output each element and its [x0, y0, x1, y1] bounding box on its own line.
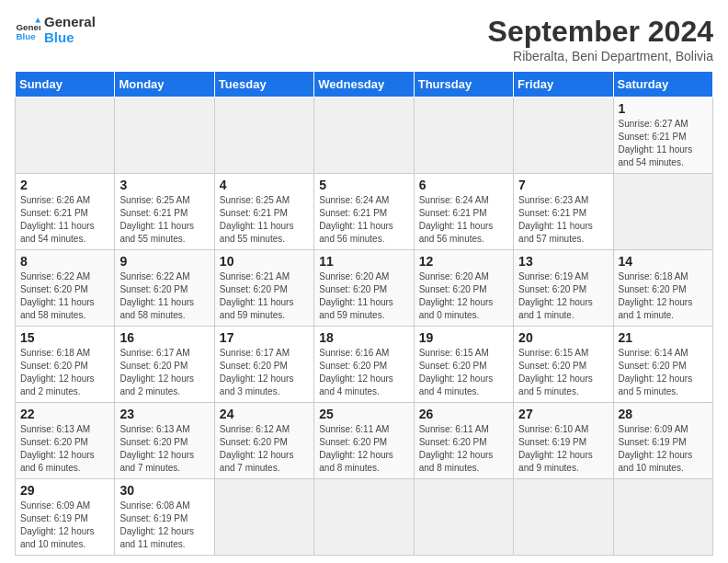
day-number: 6: [419, 178, 508, 192]
day-number: 30: [119, 483, 209, 498]
day-info: Sunrise: 6:27 AMSunset: 6:21 PMDaylight:…: [619, 119, 693, 167]
day-info: Sunrise: 6:14 AMSunset: 6:20 PMDaylight:…: [619, 348, 693, 396]
day-info: Sunrise: 6:24 AMSunset: 6:21 PMDaylight:…: [319, 195, 393, 244]
day-info: Sunrise: 6:19 AMSunset: 6:20 PMDaylight:…: [518, 271, 593, 320]
day-number: 7: [518, 178, 608, 192]
day-number: 26: [419, 407, 508, 421]
svg-marker-2: [35, 17, 40, 23]
calendar-cell: 17Sunrise: 6:17 AMSunset: 6:20 PMDayligh…: [214, 327, 313, 403]
calendar-cell: 29Sunrise: 6:09 AMSunset: 6:19 PMDayligh…: [16, 479, 115, 556]
calendar-cell: [115, 98, 214, 174]
calendar-cell: 24Sunrise: 6:12 AMSunset: 6:20 PMDayligh…: [214, 403, 313, 479]
day-info: Sunrise: 6:13 AMSunset: 6:20 PMDaylight:…: [20, 424, 95, 473]
day-number: 9: [119, 254, 209, 269]
month-title: September 2024: [488, 15, 713, 49]
calendar-cell: 21Sunrise: 6:14 AMSunset: 6:20 PMDayligh…: [613, 327, 712, 403]
day-info: Sunrise: 6:26 AMSunset: 6:21 PMDaylight:…: [20, 195, 95, 244]
day-number: 16: [119, 330, 209, 345]
calendar-cell: [16, 98, 115, 174]
calendar-cell: 20Sunrise: 6:15 AMSunset: 6:20 PMDayligh…: [514, 327, 613, 403]
calendar-cell: 3Sunrise: 6:25 AMSunset: 6:21 PMDaylight…: [115, 174, 214, 250]
calendar-cell: 25Sunrise: 6:11 AMSunset: 6:20 PMDayligh…: [314, 403, 414, 479]
day-number: 8: [20, 254, 109, 269]
calendar-table: SundayMondayTuesdayWednesdayThursdayFrid…: [15, 71, 713, 556]
day-number: 12: [419, 254, 508, 269]
calendar-cell: [613, 479, 712, 556]
calendar-cell: [214, 98, 313, 174]
calendar-cell: 13Sunrise: 6:19 AMSunset: 6:20 PMDayligh…: [514, 250, 613, 327]
day-info: Sunrise: 6:23 AMSunset: 6:21 PMDaylight:…: [518, 195, 593, 244]
calendar-cell: [414, 479, 513, 556]
logo-blue: Blue: [44, 30, 96, 46]
day-number: 5: [319, 178, 408, 192]
day-info: Sunrise: 6:15 AMSunset: 6:20 PMDaylight:…: [518, 348, 593, 396]
day-number: 24: [220, 407, 309, 421]
page-header: General Blue General Blue September 2024…: [15, 15, 713, 63]
calendar-cell: 6Sunrise: 6:24 AMSunset: 6:21 PMDaylight…: [414, 174, 513, 250]
calendar-cell: [314, 479, 414, 556]
calendar-cell: [514, 98, 613, 174]
calendar-cell: 19Sunrise: 6:15 AMSunset: 6:20 PMDayligh…: [414, 327, 513, 403]
day-number: 29: [20, 483, 109, 498]
day-info: Sunrise: 6:18 AMSunset: 6:20 PMDaylight:…: [20, 348, 95, 396]
calendar-cell: 16Sunrise: 6:17 AMSunset: 6:20 PMDayligh…: [115, 327, 214, 403]
day-header-saturday: Saturday: [613, 72, 712, 98]
day-info: Sunrise: 6:11 AMSunset: 6:20 PMDaylight:…: [419, 424, 494, 473]
calendar-cell: 15Sunrise: 6:18 AMSunset: 6:20 PMDayligh…: [16, 327, 115, 403]
day-number: 15: [20, 330, 109, 345]
day-number: 27: [518, 407, 608, 421]
calendar-cell: 5Sunrise: 6:24 AMSunset: 6:21 PMDaylight…: [314, 174, 414, 250]
day-info: Sunrise: 6:25 AMSunset: 6:21 PMDaylight:…: [119, 195, 194, 244]
location: Riberalta, Beni Department, Bolivia: [488, 49, 713, 63]
day-number: 21: [619, 330, 708, 345]
calendar-cell: [414, 98, 513, 174]
calendar-cell: 22Sunrise: 6:13 AMSunset: 6:20 PMDayligh…: [16, 403, 115, 479]
day-number: 28: [619, 407, 708, 421]
title-block: September 2024 Riberalta, Beni Departmen…: [488, 15, 713, 63]
calendar-cell: 10Sunrise: 6:21 AMSunset: 6:20 PMDayligh…: [214, 250, 313, 327]
logo-general: General: [44, 15, 96, 30]
calendar-cell: 23Sunrise: 6:13 AMSunset: 6:20 PMDayligh…: [115, 403, 214, 479]
day-number: 14: [619, 254, 708, 269]
day-info: Sunrise: 6:12 AMSunset: 6:20 PMDaylight:…: [220, 424, 294, 473]
day-info: Sunrise: 6:08 AMSunset: 6:19 PMDaylight:…: [119, 500, 194, 549]
calendar-cell: 11Sunrise: 6:20 AMSunset: 6:20 PMDayligh…: [314, 250, 414, 327]
day-number: 17: [220, 330, 309, 345]
calendar-cell: 28Sunrise: 6:09 AMSunset: 6:19 PMDayligh…: [613, 403, 712, 479]
day-info: Sunrise: 6:22 AMSunset: 6:20 PMDaylight:…: [20, 271, 95, 320]
calendar-cell: 1Sunrise: 6:27 AMSunset: 6:21 PMDaylight…: [613, 98, 712, 174]
calendar-cell: 14Sunrise: 6:18 AMSunset: 6:20 PMDayligh…: [613, 250, 712, 327]
day-number: 3: [119, 178, 209, 192]
day-info: Sunrise: 6:18 AMSunset: 6:20 PMDaylight:…: [619, 271, 693, 320]
day-header-tuesday: Tuesday: [214, 72, 313, 98]
day-info: Sunrise: 6:11 AMSunset: 6:20 PMDaylight:…: [319, 424, 393, 473]
day-info: Sunrise: 6:09 AMSunset: 6:19 PMDaylight:…: [20, 500, 95, 549]
logo: General Blue General Blue: [15, 15, 96, 45]
calendar-cell: [214, 479, 313, 556]
day-number: 25: [319, 407, 408, 421]
day-number: 11: [319, 254, 408, 269]
day-number: 1: [619, 101, 708, 116]
day-info: Sunrise: 6:15 AMSunset: 6:20 PMDaylight:…: [419, 348, 494, 396]
calendar-cell: 12Sunrise: 6:20 AMSunset: 6:20 PMDayligh…: [414, 250, 513, 327]
calendar-cell: [514, 479, 613, 556]
calendar-cell: 2Sunrise: 6:26 AMSunset: 6:21 PMDaylight…: [16, 174, 115, 250]
day-info: Sunrise: 6:22 AMSunset: 6:20 PMDaylight:…: [119, 271, 194, 320]
calendar-cell: 30Sunrise: 6:08 AMSunset: 6:19 PMDayligh…: [115, 479, 214, 556]
day-number: 20: [518, 330, 608, 345]
day-number: 13: [518, 254, 608, 269]
day-header-friday: Friday: [514, 72, 613, 98]
day-number: 19: [419, 330, 508, 345]
day-header-sunday: Sunday: [16, 72, 115, 98]
logo-icon: General Blue: [15, 17, 40, 43]
calendar-cell: 27Sunrise: 6:10 AMSunset: 6:19 PMDayligh…: [514, 403, 613, 479]
day-number: 2: [20, 178, 109, 192]
day-info: Sunrise: 6:17 AMSunset: 6:20 PMDaylight:…: [220, 348, 294, 396]
day-info: Sunrise: 6:20 AMSunset: 6:20 PMDaylight:…: [319, 271, 393, 320]
day-header-wednesday: Wednesday: [314, 72, 414, 98]
day-info: Sunrise: 6:24 AMSunset: 6:21 PMDaylight:…: [419, 195, 494, 244]
calendar-cell: 7Sunrise: 6:23 AMSunset: 6:21 PMDaylight…: [514, 174, 613, 250]
day-number: 18: [319, 330, 408, 345]
day-info: Sunrise: 6:25 AMSunset: 6:21 PMDaylight:…: [220, 195, 294, 244]
day-info: Sunrise: 6:13 AMSunset: 6:20 PMDaylight:…: [119, 424, 194, 473]
